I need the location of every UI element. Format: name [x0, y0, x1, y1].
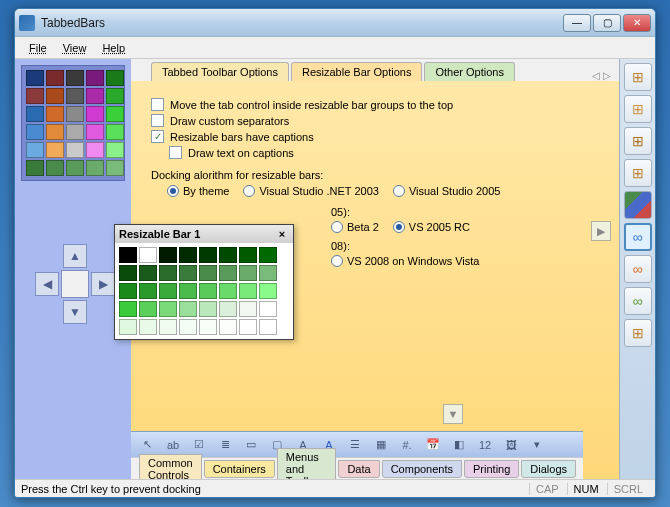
dock-btn-9[interactable]: ⊞	[624, 319, 652, 347]
menu-help[interactable]: Help	[94, 40, 133, 56]
color-swatch[interactable]	[46, 88, 64, 104]
color-swatch[interactable]	[179, 247, 197, 263]
color-swatch[interactable]	[26, 106, 44, 122]
color-swatch[interactable]	[179, 265, 197, 281]
color-swatch[interactable]	[106, 142, 124, 158]
dock-guide-up[interactable]: ▲	[63, 244, 87, 268]
dock-btn-vs-blue[interactable]: ∞	[624, 223, 652, 251]
float-titlebar[interactable]: Resizable Bar 1 ×	[115, 225, 293, 243]
checkbox-move-top[interactable]	[151, 98, 164, 111]
color-swatch[interactable]	[219, 283, 237, 299]
color-swatch[interactable]	[199, 247, 217, 263]
color-swatch[interactable]	[106, 106, 124, 122]
color-swatch[interactable]	[86, 142, 104, 158]
color-swatch[interactable]	[259, 301, 277, 317]
color-swatch[interactable]	[259, 283, 277, 299]
dock-btn-1[interactable]: ⊞	[624, 63, 652, 91]
color-swatch[interactable]	[86, 88, 104, 104]
btab-components[interactable]: Components	[382, 460, 462, 478]
color-swatch[interactable]	[106, 88, 124, 104]
color-swatch[interactable]	[139, 247, 157, 263]
dock-btn-vs-green[interactable]: ∞	[624, 287, 652, 315]
dock-btn-3[interactable]: ⊞	[624, 127, 652, 155]
dock-btn-2[interactable]: ⊞	[624, 95, 652, 123]
color-swatch[interactable]	[26, 142, 44, 158]
color-swatch[interactable]	[159, 301, 177, 317]
menu-file[interactable]: File	[21, 40, 55, 56]
color-swatch[interactable]	[46, 70, 64, 86]
color-swatch[interactable]	[159, 283, 177, 299]
titlebar[interactable]: TabbedBars — ▢ ✕	[15, 9, 655, 37]
btab-data[interactable]: Data	[338, 460, 379, 478]
dock-btn-vs-orange[interactable]: ∞	[624, 255, 652, 283]
tab-resizable-bar-options[interactable]: Resizable Bar Options	[291, 62, 422, 81]
color-swatch[interactable]	[159, 247, 177, 263]
color-swatch[interactable]	[179, 301, 197, 317]
dock-btn-winflag[interactable]	[624, 191, 652, 219]
color-swatch[interactable]	[26, 124, 44, 140]
dock-guide-down[interactable]: ▼	[63, 300, 87, 324]
calendar-icon[interactable]: 📅	[425, 437, 441, 453]
btab-printing[interactable]: Printing	[464, 460, 519, 478]
color-swatch[interactable]	[66, 124, 84, 140]
color-swatch[interactable]	[86, 106, 104, 122]
tab-toolbar-options[interactable]: Tabbed Toolbar Options	[151, 62, 289, 81]
color-swatch[interactable]	[199, 265, 217, 281]
float-color-grid[interactable]	[115, 243, 293, 339]
radio-vs2005[interactable]: Visual Studio 2005	[393, 185, 501, 197]
close-button[interactable]: ✕	[623, 14, 651, 32]
color-swatch[interactable]	[219, 265, 237, 281]
color-swatch[interactable]	[66, 142, 84, 158]
checkbox-custom-separators[interactable]	[151, 114, 164, 127]
color-swatch[interactable]	[219, 319, 237, 335]
checkbox-icon[interactable]: ☑	[191, 437, 207, 453]
color-swatch[interactable]	[46, 106, 64, 122]
color-swatch[interactable]	[86, 70, 104, 86]
tab-other-options[interactable]: Other Options	[424, 62, 514, 81]
radio-vs2005rc[interactable]: VS 2005 RC	[393, 221, 470, 233]
color-swatch[interactable]	[139, 301, 157, 317]
color-swatch[interactable]	[66, 106, 84, 122]
color-swatch[interactable]	[219, 247, 237, 263]
listbox-icon[interactable]: ☰	[347, 437, 363, 453]
masked-icon[interactable]: #.	[399, 437, 415, 453]
tab-scroll-arrows[interactable]: ◁ ▷	[592, 70, 619, 81]
color-swatch[interactable]	[86, 124, 104, 140]
minimize-button[interactable]: —	[563, 14, 591, 32]
dock-guide-left[interactable]: ◀	[35, 272, 59, 296]
color-swatch[interactable]	[119, 319, 137, 335]
color-swatch[interactable]	[259, 319, 277, 335]
radio-vs2008vista[interactable]: VS 2008 on Windows Vista	[331, 255, 479, 267]
listview-icon[interactable]: ▦	[373, 437, 389, 453]
dock-btn-4[interactable]: ⊞	[624, 159, 652, 187]
color-swatch[interactable]	[199, 301, 217, 317]
pointer-icon[interactable]: ↖	[139, 437, 155, 453]
color-swatch[interactable]	[199, 283, 217, 299]
checkbox-draw-text[interactable]	[169, 146, 182, 159]
color-swatch[interactable]	[106, 124, 124, 140]
color-swatch[interactable]	[199, 319, 217, 335]
color-swatch[interactable]	[139, 319, 157, 335]
color-swatch[interactable]	[46, 142, 64, 158]
color-swatch[interactable]	[159, 265, 177, 281]
color-swatch[interactable]	[66, 70, 84, 86]
color-swatch[interactable]	[119, 283, 137, 299]
dock-guide-right[interactable]: ▶	[91, 272, 115, 296]
float-close-button[interactable]: ×	[275, 227, 289, 241]
dock-guide-center[interactable]	[61, 270, 89, 298]
color-swatch[interactable]	[239, 247, 257, 263]
numeric-icon[interactable]: 12	[477, 437, 493, 453]
radio-beta2[interactable]: Beta 2	[331, 221, 379, 233]
color-swatch[interactable]	[239, 265, 257, 281]
color-swatch[interactable]	[119, 265, 137, 281]
textbox-icon[interactable]: ab	[165, 437, 181, 453]
color-swatch[interactable]	[159, 319, 177, 335]
list-icon[interactable]: ≣	[217, 437, 233, 453]
color-swatch[interactable]	[179, 319, 197, 335]
color-swatch[interactable]	[119, 247, 137, 263]
btab-dialogs[interactable]: Dialogs	[521, 460, 576, 478]
maximize-button[interactable]: ▢	[593, 14, 621, 32]
color-swatch[interactable]	[139, 283, 157, 299]
notify-icon[interactable]: ◧	[451, 437, 467, 453]
color-swatch[interactable]	[239, 319, 257, 335]
